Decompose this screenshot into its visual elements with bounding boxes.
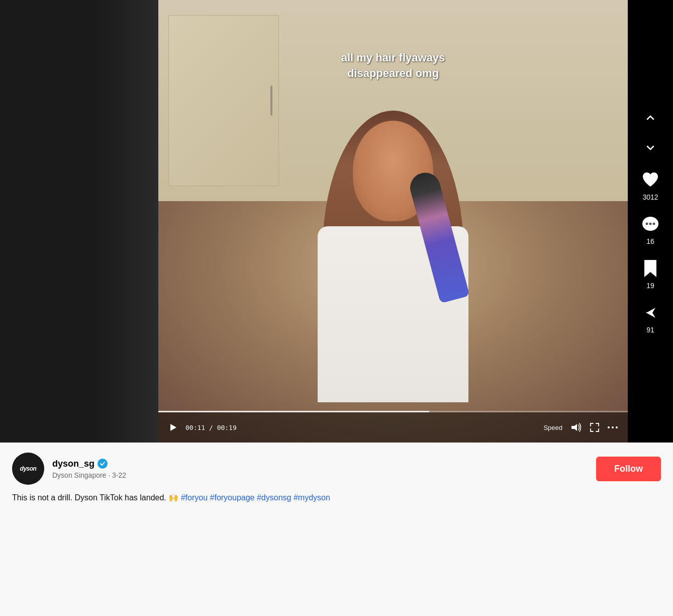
chevron-down-icon	[644, 142, 656, 154]
like-count: 3012	[642, 193, 658, 201]
nav-down-button[interactable]	[639, 137, 661, 159]
like-icon	[639, 169, 661, 191]
svg-point-8	[653, 223, 655, 225]
svg-point-4	[616, 426, 618, 428]
share-count: 91	[646, 326, 654, 334]
comment-button[interactable]: 16	[637, 209, 663, 249]
speed-button[interactable]: Speed	[543, 424, 562, 431]
checkmark-icon	[100, 461, 106, 467]
video-caption: all my hair flyaways disappeared omg	[341, 50, 445, 81]
more-icon	[608, 426, 618, 429]
svg-point-7	[649, 223, 652, 225]
nav-up-button[interactable]	[639, 107, 661, 129]
share-button[interactable]: 91	[637, 298, 663, 338]
like-button[interactable]: 3012	[637, 165, 663, 205]
caption-body: This is not a drill. Dyson TikTok has la…	[12, 493, 181, 502]
fullscreen-icon	[590, 422, 600, 432]
avatar[interactable]: dyson	[12, 453, 44, 485]
author-name[interactable]: dyson_sg	[52, 459, 94, 469]
video-main[interactable]: all my hair flyaways disappeared omg 00:…	[158, 0, 628, 443]
bookmark-button[interactable]: 19	[637, 253, 663, 294]
caption-line2: disappeared omg	[341, 66, 445, 81]
volume-icon	[570, 423, 582, 432]
verified-badge	[98, 459, 108, 469]
volume-button[interactable]	[570, 423, 582, 432]
comment-count: 16	[646, 237, 654, 245]
avatar-text: dyson	[20, 465, 37, 472]
video-time: 00:11 / 00:19	[185, 424, 237, 431]
share-icon	[639, 302, 661, 324]
svg-point-2	[608, 426, 610, 428]
follow-button[interactable]: Follow	[596, 457, 661, 481]
svg-point-3	[612, 426, 614, 428]
bookmark-svg-icon	[642, 259, 658, 278]
video-controls: 00:11 / 00:19 Speed	[158, 412, 628, 443]
heart-icon	[641, 171, 659, 189]
hashtag-foryoupage[interactable]: #foryoupage	[210, 493, 255, 502]
speed-label: Speed	[543, 424, 562, 431]
svg-point-6	[646, 223, 648, 225]
person-silhouette	[303, 91, 484, 402]
chevron-up-icon	[644, 112, 656, 124]
author-name-row: dyson_sg	[52, 459, 588, 469]
video-left-fade	[0, 0, 158, 443]
svg-marker-0	[170, 424, 176, 431]
bookmark-count: 19	[646, 282, 654, 290]
cabinet-door	[168, 15, 279, 186]
caption-line1: all my hair flyaways	[341, 50, 445, 66]
speech-bubble-icon	[641, 215, 660, 233]
info-area: dyson dyson_sg Dyson Singapore · 3-22 Fo…	[0, 443, 673, 616]
more-button[interactable]	[608, 426, 618, 429]
share-arrow-icon	[641, 304, 659, 322]
author-subtitle: Dyson Singapore · 3-22	[52, 471, 588, 479]
author-info: dyson_sg Dyson Singapore · 3-22	[52, 459, 588, 479]
cabinet-handle	[270, 85, 272, 116]
hashtag-mydyson[interactable]: #mydyson	[294, 493, 330, 502]
hashtag-foryou[interactable]: #foryou	[181, 493, 208, 502]
caption-text: This is not a drill. Dyson TikTok has la…	[12, 492, 661, 504]
fullscreen-button[interactable]	[590, 422, 600, 432]
play-button[interactable]	[168, 423, 177, 432]
hashtag-dysonsg[interactable]: #dysonsg	[257, 493, 292, 502]
play-icon	[168, 423, 177, 432]
svg-marker-1	[571, 424, 577, 431]
bookmark-icon	[639, 257, 661, 280]
author-row: dyson dyson_sg Dyson Singapore · 3-22 Fo…	[12, 453, 661, 485]
video-actions: 3012 16 19	[628, 0, 673, 443]
comment-icon	[639, 213, 661, 235]
video-container: all my hair flyaways disappeared omg 00:…	[0, 0, 673, 443]
